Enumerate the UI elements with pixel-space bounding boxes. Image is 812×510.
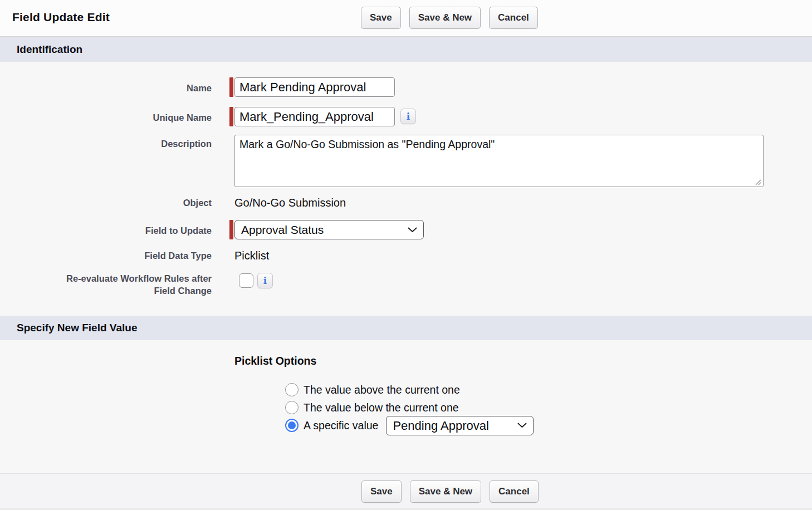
field-data-type-label: Field Data Type (0, 248, 212, 262)
field-to-update-row: Field to Update Approval Status (0, 220, 812, 239)
identification-form: Name Unique Name i Description Mark a Go… (0, 62, 812, 316)
cancel-button[interactable]: Cancel (490, 480, 539, 503)
save-and-new-button[interactable]: Save & New (409, 7, 481, 29)
description-row: Description Mark a Go/No-Go Submission a… (0, 135, 812, 189)
cancel-button[interactable]: Cancel (489, 7, 538, 29)
option-value-below-row: The value below the current one (285, 399, 812, 416)
object-value: Go/No-Go Submission (234, 195, 346, 210)
unique-name-label: Unique Name (0, 107, 212, 124)
unique-name-row: Unique Name i (0, 107, 812, 126)
reevaluate-checkbox[interactable] (239, 273, 253, 288)
specify-new-field-value-form: Picklist Options The value above the cur… (0, 340, 812, 473)
specific-value-select[interactable]: Pending Approval (386, 416, 534, 435)
header-action-buttons: Save Save & New Cancel (361, 7, 538, 29)
page-title: Field Update Edit (12, 11, 110, 24)
section-title-identification: Identification (17, 43, 82, 56)
field-update-edit-page: Field Update Edit Save Save & New Cancel… (0, 0, 812, 510)
section-title-specify-new-field-value: Specify New Field Value (17, 322, 137, 334)
description-label: Description (0, 135, 212, 150)
name-row: Name (0, 77, 812, 97)
object-label: Object (0, 195, 212, 209)
object-row: Object Go/No-Go Submission (0, 195, 812, 210)
save-button[interactable]: Save (361, 480, 402, 503)
required-marker (229, 220, 233, 239)
save-and-new-button[interactable]: Save & New (410, 480, 481, 503)
specific-value-label: A specific value (304, 419, 378, 432)
section-header-specify-new-field-value: Specify New Field Value (0, 316, 812, 340)
value-below-radio[interactable] (285, 401, 299, 414)
required-marker (229, 77, 233, 97)
header-bar: Field Update Edit Save Save & New Cancel (0, 0, 812, 37)
reevaluate-info-button[interactable]: i (257, 273, 273, 288)
info-icon: i (263, 276, 267, 286)
unique-name-info-button[interactable]: i (400, 109, 416, 124)
value-below-label: The value below the current one (304, 401, 459, 414)
name-label: Name (0, 77, 212, 94)
picklist-options-heading: Picklist Options (234, 355, 812, 367)
picklist-options-list: The value above the current one The valu… (285, 381, 812, 434)
field-data-type-value: Picklist (234, 248, 269, 263)
info-icon: i (407, 112, 410, 121)
value-above-label: The value above the current one (304, 384, 460, 396)
save-button[interactable]: Save (361, 7, 401, 29)
footer-action-buttons: Save Save & New Cancel (361, 480, 539, 503)
footer-bar: Save Save & New Cancel (0, 473, 812, 510)
description-textarea[interactable]: Mark a Go/No-Go Submission as "Pending A… (234, 135, 764, 187)
field-data-type-row: Field Data Type Picklist (0, 248, 812, 263)
specific-value-radio[interactable] (285, 419, 299, 432)
field-to-update-select[interactable]: Approval Status (234, 220, 424, 239)
unique-name-input[interactable] (234, 107, 395, 126)
value-above-radio[interactable] (285, 383, 299, 396)
field-to-update-label: Field to Update (0, 220, 212, 237)
reevaluate-row: Re-evaluate Workflow Rules after Field C… (0, 271, 812, 297)
option-value-above-row: The value above the current one (285, 381, 812, 399)
option-specific-value-row: A specific value Pending Approval (285, 416, 812, 434)
reevaluate-label: Re-evaluate Workflow Rules after Field C… (0, 271, 212, 297)
required-marker (229, 107, 233, 126)
resize-handle-icon[interactable] (755, 179, 761, 185)
name-input[interactable] (234, 77, 395, 97)
section-header-identification: Identification (0, 37, 812, 62)
